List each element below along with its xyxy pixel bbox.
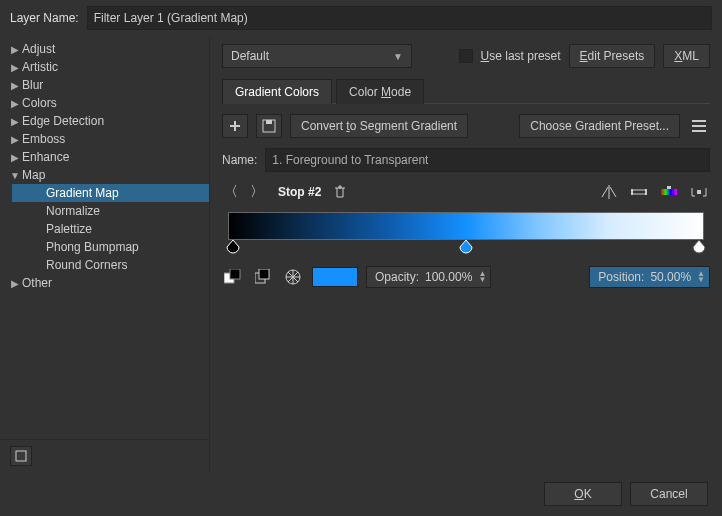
opacity-label: Opacity:	[375, 270, 419, 284]
chevron-right-icon: ▶	[8, 80, 22, 91]
color-bar-button[interactable]	[658, 182, 680, 202]
square-icon	[15, 450, 27, 462]
tree-item[interactable]: Phong Bumpmap	[0, 238, 209, 256]
svg-rect-3	[631, 190, 647, 194]
edit-presets-button[interactable]: Edit Presets	[569, 44, 656, 68]
save-button[interactable]	[256, 114, 282, 138]
spinner-arrows-icon[interactable]: ▲▼	[697, 271, 705, 283]
xml-button[interactable]: XML	[663, 44, 710, 68]
distribute-icon	[631, 186, 647, 198]
tab-color-mode[interactable]: Color Mode	[336, 79, 424, 104]
stack-squares-icon	[255, 269, 271, 285]
chevron-right-icon: ▶	[8, 44, 22, 55]
convert-segment-button[interactable]: Convert to Segment Gradient	[290, 114, 468, 138]
gradient-bar[interactable]	[228, 212, 704, 240]
svg-rect-2	[266, 120, 272, 124]
chevron-right-icon: ▶	[8, 278, 22, 289]
tree-item[interactable]: ▶Blur	[0, 76, 209, 94]
tree-item[interactable]: ▶Edge Detection	[0, 112, 209, 130]
spinner-arrows-icon[interactable]: ▲▼	[478, 271, 486, 283]
mirror-icon	[601, 185, 617, 199]
tree-item-map[interactable]: ▼Map	[0, 166, 209, 184]
tree-item[interactable]: ▶Adjust	[0, 40, 209, 58]
position-value: 50.00%	[650, 270, 691, 284]
chevron-down-icon: ▼	[8, 170, 22, 181]
layer-name-label: Layer Name:	[10, 11, 79, 25]
preset-dropdown[interactable]: Default ▼	[222, 44, 412, 68]
save-icon	[262, 119, 276, 133]
trash-icon	[334, 185, 346, 199]
tree-item[interactable]: ▶Emboss	[0, 130, 209, 148]
ok-button[interactable]: OK	[544, 482, 622, 506]
position-label: Position:	[598, 270, 644, 284]
tree-item[interactable]: Palettize	[0, 220, 209, 238]
chevron-down-icon: ▼	[393, 51, 403, 62]
chevron-right-icon: ▶	[8, 62, 22, 73]
color-wheel-button[interactable]	[282, 267, 304, 287]
tree-item-gradient-map[interactable]: Gradient Map	[12, 184, 209, 202]
view-toggle-button[interactable]	[10, 446, 32, 466]
svg-rect-5	[645, 189, 647, 195]
spectrum-icon	[661, 186, 677, 198]
distribute-button[interactable]	[628, 182, 650, 202]
copy-color-button[interactable]	[252, 267, 274, 287]
svg-rect-4	[631, 189, 633, 195]
bracket-button[interactable]	[688, 182, 710, 202]
delete-stop-button[interactable]	[329, 182, 351, 202]
prev-stop-button[interactable]: 〈	[222, 183, 240, 201]
chevron-right-icon: ▶	[8, 116, 22, 127]
tree-item[interactable]: ▶Other	[0, 274, 209, 292]
svg-rect-7	[667, 186, 671, 189]
use-last-preset-label: Use last preset	[481, 49, 561, 63]
stop-label: Stop #2	[278, 185, 321, 199]
tree-item[interactable]: Round Corners	[0, 256, 209, 274]
gradient-name-input[interactable]	[265, 148, 710, 172]
menu-button[interactable]	[688, 116, 710, 136]
svg-rect-6	[661, 189, 677, 195]
chevron-right-icon: ▶	[8, 134, 22, 145]
hamburger-icon	[692, 120, 706, 132]
gradient-stop-1[interactable]	[226, 240, 240, 254]
opacity-spinner[interactable]: Opacity: 100.00% ▲▼	[366, 266, 491, 288]
choose-gradient-preset-button[interactable]: Choose Gradient Preset...	[519, 114, 680, 138]
bracket-icon	[690, 186, 708, 198]
next-stop-button[interactable]: 〉	[248, 183, 266, 201]
cancel-button[interactable]: Cancel	[630, 482, 708, 506]
plus-icon	[228, 119, 242, 133]
name-label: Name:	[222, 153, 257, 167]
layer-name-input[interactable]	[87, 6, 712, 30]
gradient-stop-2[interactable]	[459, 240, 473, 254]
svg-rect-10	[230, 269, 240, 279]
chevron-right-icon: ▶	[8, 152, 22, 163]
flip-button[interactable]	[598, 182, 620, 202]
svg-rect-12	[259, 269, 269, 279]
svg-rect-0	[16, 451, 26, 461]
gradient-stop-3[interactable]	[692, 240, 706, 254]
stop-color-swatch[interactable]	[312, 267, 358, 287]
add-stop-button[interactable]	[222, 114, 248, 138]
chevron-right-icon: ▶	[8, 98, 22, 109]
tree-item[interactable]: ▶Artistic	[0, 58, 209, 76]
use-last-preset-checkbox[interactable]	[459, 49, 473, 63]
color-wheel-icon	[285, 269, 301, 285]
tree-item[interactable]: ▶Enhance	[0, 148, 209, 166]
opacity-value: 100.00%	[425, 270, 472, 284]
tree-item[interactable]: ▶Colors	[0, 94, 209, 112]
overlap-squares-icon	[224, 269, 242, 285]
tree-item[interactable]: Normalize	[0, 202, 209, 220]
filter-tree: ▶Adjust ▶Artistic ▶Blur ▶Colors ▶Edge De…	[0, 36, 209, 439]
position-spinner[interactable]: Position: 50.00% ▲▼	[589, 266, 710, 288]
fg-bg-swap-button[interactable]	[222, 267, 244, 287]
svg-rect-8	[697, 190, 701, 194]
tab-gradient-colors[interactable]: Gradient Colors	[222, 79, 332, 104]
